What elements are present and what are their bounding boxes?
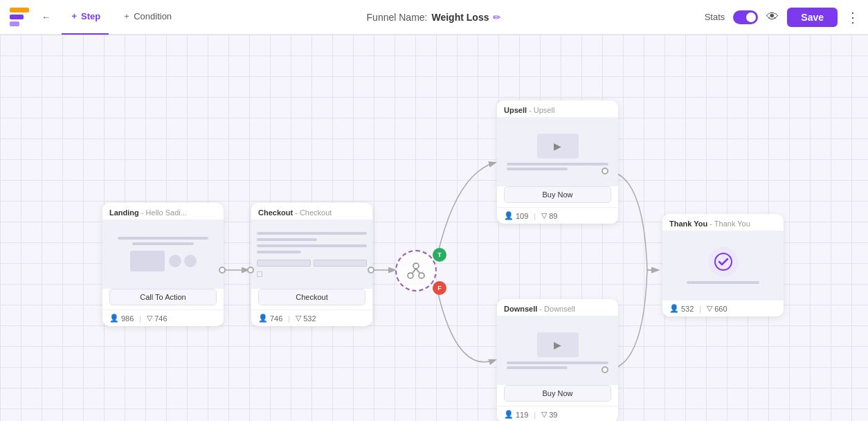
users-icon: 👤	[504, 211, 514, 220]
downsell-stats: 👤 119 | ▽ 39	[497, 406, 618, 421]
check-circle	[708, 247, 739, 277]
downsell-node[interactable]: Downsell - Downsell ▶ Buy Now 👤 119 | ▽ …	[497, 299, 618, 421]
step-tab-label: Step	[81, 11, 100, 21]
landing-node[interactable]: Landing - Hello Sadi... Call To Action 👤…	[102, 203, 224, 326]
preview-video: ▶	[537, 134, 579, 159]
svg-point-7	[419, 273, 424, 278]
preview-line	[687, 281, 759, 284]
thankyou-stats: 👤 532 | ▽ 660	[662, 300, 784, 316]
funnel-icon: ▽	[541, 211, 547, 220]
upsell-conv-stat: ▽ 89	[541, 211, 557, 220]
condition-node[interactable]	[395, 250, 437, 292]
landing-users-stat: 👤 986	[109, 314, 134, 323]
checkout-cta-button[interactable]: Checkout	[258, 289, 365, 305]
preview-line	[507, 168, 568, 170]
preview-line	[257, 251, 301, 253]
upsell-title: Upsell - Upsell	[497, 100, 618, 117]
condition-false-badge[interactable]: F	[433, 281, 446, 295]
checkout-conv-stat: ▽ 532	[296, 314, 316, 323]
preview-line	[507, 366, 568, 369]
downsell-title: Downsell - Downsell	[497, 299, 618, 316]
thankyou-preview	[662, 231, 784, 300]
preview-lines	[501, 163, 614, 170]
play-icon: ▶	[554, 141, 561, 152]
landing-stats: 👤 986 | ▽ 746	[102, 310, 224, 326]
preview-circle	[169, 255, 181, 267]
landing-conv-stat: ▽ 746	[147, 314, 167, 323]
funnel-canvas: Landing - Hello Sadi... Call To Action 👤…	[0, 35, 868, 421]
preview-line	[257, 244, 367, 247]
condition-plus-icon: ＋	[123, 10, 131, 22]
funnel-icon: ▽	[296, 314, 301, 323]
svg-point-5	[413, 263, 419, 269]
funnel-icon: ▽	[147, 314, 152, 323]
condition-icon	[406, 260, 426, 281]
logo-icon	[8, 6, 30, 28]
preview-line	[257, 232, 367, 235]
upsell-users-stat: 👤 109	[504, 211, 528, 220]
stats-toggle[interactable]	[733, 10, 758, 24]
upsell-cta-button[interactable]: Buy Now	[504, 186, 611, 203]
checkout-output-dot	[368, 267, 374, 274]
svg-rect-2	[10, 21, 19, 26]
checkout-title: Checkout - Checkout	[251, 203, 372, 220]
thankyou-conv-stat: ▽ 660	[707, 304, 727, 313]
landing-cta-button[interactable]: Call To Action	[109, 289, 217, 305]
topbar: ← ＋ Step ＋ Condition Funnel Name: Weight…	[0, 0, 868, 35]
back-button[interactable]: ←	[36, 9, 56, 25]
check-icon	[714, 252, 733, 271]
svg-point-6	[408, 273, 413, 278]
svg-rect-1	[10, 15, 24, 19]
checkout-stats: 👤 746 | ▽ 532	[251, 310, 372, 326]
preview-image	[130, 251, 165, 271]
preview-line	[257, 238, 317, 241]
landing-preview	[102, 220, 224, 289]
form-field	[257, 260, 311, 267]
checkout-node[interactable]: Checkout - Checkout Checkout 👤 746 | ▽ 5…	[251, 203, 372, 326]
funnel-name: Funnel Name: Weight Loss ✏	[367, 12, 502, 23]
more-button[interactable]: ⋮	[846, 9, 860, 26]
form-field	[314, 260, 368, 267]
preview-line	[132, 242, 195, 245]
tab-step[interactable]: ＋ Step	[62, 0, 109, 35]
stats-label: Stats	[705, 12, 725, 22]
downsell-preview: ▶	[497, 316, 618, 385]
users-icon: 👤	[109, 314, 119, 323]
funnel-label: Funnel Name:	[367, 12, 428, 23]
eye-button[interactable]: 👁	[766, 10, 779, 24]
funnel-icon: ▽	[707, 304, 712, 313]
svg-line-8	[413, 269, 416, 273]
step-plus-icon: ＋	[70, 10, 78, 22]
svg-line-9	[416, 269, 419, 273]
preview-line	[118, 237, 208, 240]
eye-icon: 👁	[766, 10, 779, 24]
upsell-output-dot	[602, 168, 608, 174]
upsell-stats: 👤 109 | ▽ 89	[497, 207, 618, 224]
tab-condition[interactable]: ＋ Condition	[114, 0, 180, 35]
save-button[interactable]: Save	[787, 8, 838, 27]
downsell-cta-button[interactable]: Buy Now	[504, 385, 611, 402]
preview-line	[507, 163, 608, 165]
preview-line	[507, 361, 608, 364]
thankyou-title: Thank You - Thank You	[662, 214, 784, 231]
checkout-users-stat: 👤 746	[258, 314, 282, 323]
preview-circle	[184, 255, 197, 267]
users-icon: 👤	[504, 410, 514, 419]
thankyou-users-stat: 👤 532	[669, 304, 694, 313]
condition-tab-label: Condition	[134, 11, 172, 21]
thankyou-node[interactable]: Thank You - Thank You 👤 532 | ▽ 660	[662, 214, 784, 316]
play-icon: ▶	[554, 339, 561, 350]
users-icon: 👤	[669, 304, 679, 313]
funnel-icon: ▽	[541, 410, 547, 419]
upsell-node[interactable]: Upsell - Upsell ▶ Buy Now 👤 109 | ▽ 89	[497, 100, 618, 224]
edit-icon[interactable]: ✏	[493, 12, 501, 23]
preview-circles	[169, 255, 197, 267]
checkout-preview	[251, 220, 372, 289]
condition-true-badge[interactable]: T	[433, 248, 446, 262]
svg-point-10	[715, 253, 732, 270]
upsell-preview: ▶	[497, 117, 618, 186]
topbar-right: Stats 👁 Save ⋮	[705, 8, 860, 27]
preview-img-row	[130, 251, 197, 271]
users-icon: 👤	[258, 314, 268, 323]
preview-video: ▶	[537, 332, 579, 357]
